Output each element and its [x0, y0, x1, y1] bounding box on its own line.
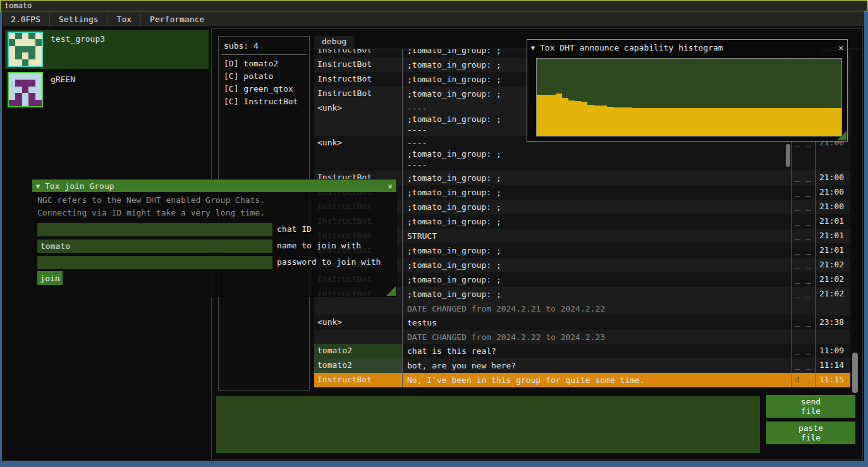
subs-member-list: [D] tomato2[C] potato[C] green_qtox[C] I…: [219, 58, 309, 108]
subs-member[interactable]: [C] green_qtox: [219, 83, 309, 95]
histogram-bar: [632, 108, 639, 136]
message-flags: _ _: [792, 272, 816, 287]
message-flags: _ _: [792, 171, 816, 185]
histogram-bar: [587, 105, 594, 136]
message-text: ;tomato_in_group: ;: [403, 171, 792, 185]
message-sender: InstructBot: [314, 72, 403, 87]
group-name: gREEN: [51, 75, 75, 84]
avatar-pixel: [28, 93, 35, 99]
avatar-pixel: [9, 80, 15, 86]
join-group-title: Tox join Group: [45, 181, 114, 191]
chat-id-input[interactable]: [37, 223, 272, 236]
histogram-bar: [804, 108, 810, 136]
avatar-pixel: [9, 59, 15, 66]
group-avatar: [8, 32, 43, 67]
close-icon[interactable]: ✕: [388, 181, 393, 191]
chat-scrollbar[interactable]: [852, 353, 858, 393]
avatar-pixel: [15, 80, 21, 86]
message-timestamp: 21:00: [816, 171, 850, 185]
histogram-bar: [714, 108, 721, 136]
histogram-bar: [733, 108, 740, 136]
collapse-arrow-icon[interactable]: ▼: [36, 183, 40, 190]
histogram-bar: [620, 107, 626, 136]
date-changed-text: DATE CHANGED from 2024.2.21 to 2024.2.22: [403, 301, 792, 315]
dht-histogram-titlebar[interactable]: ▼ Tox DHT announce capability histogram …: [527, 40, 847, 55]
message-text: ;tomato_in_group: ;: [403, 185, 792, 200]
paste-file-button[interactable]: paste file: [766, 422, 855, 444]
join-name-input[interactable]: [37, 240, 272, 253]
chat-row[interactable]: InstructBotNo, I've been in this group f…: [314, 373, 850, 387]
avatar-pixel: [28, 39, 35, 45]
dht-histogram-window: ▼ Tox DHT announce capability histogram …: [527, 39, 848, 142]
menu-tox[interactable]: Tox: [108, 12, 140, 27]
group-item-green[interactable]: gREEN: [5, 70, 209, 109]
message-flags: d _: [792, 373, 816, 387]
message-sender: [314, 330, 403, 344]
group-item-test-group3[interactable]: test_group3: [5, 30, 209, 69]
chat-input[interactable]: [216, 396, 760, 453]
collapse-arrow-icon[interactable]: ▼: [531, 44, 535, 51]
message-sender: InstructBot: [314, 373, 403, 387]
avatar-pixel: [15, 100, 21, 106]
histogram-bar: [594, 106, 600, 136]
subs-member[interactable]: [C] potato: [219, 70, 309, 83]
join-description-line: NGC refers to the New DHT enabled Group …: [37, 196, 396, 205]
avatar-pixel: [9, 93, 15, 99]
message-sender: <unk>: [314, 315, 403, 330]
message-timestamp: 21:00: [816, 200, 850, 214]
histogram-bar: [753, 108, 759, 136]
join-button[interactable]: join: [37, 271, 63, 285]
avatar-pixel: [35, 87, 42, 93]
message-flags: _ _: [792, 344, 816, 358]
message-sender: tomato2: [314, 344, 403, 358]
join-name-label: name to join with: [272, 240, 361, 253]
histogram-bar: [727, 108, 733, 136]
message-timestamp: 21:01: [816, 229, 850, 243]
join-password-label: password to join with: [272, 256, 381, 269]
histogram-bar: [721, 108, 727, 136]
avatar-pixel: [35, 93, 42, 99]
date-separator-row: DATE CHANGED from 2024.2.22 to 2024.2.23: [314, 330, 850, 344]
window-titlebar[interactable]: tomato: [0, 0, 868, 11]
close-icon[interactable]: ✕: [838, 43, 843, 52]
send-file-button[interactable]: send file: [766, 395, 855, 418]
fps-indicator: 2.0FPS: [2, 12, 49, 27]
message-text: ;tomato_in_group: ;: [403, 243, 792, 258]
avatar-pixel: [15, 33, 21, 39]
chat-row[interactable]: tomato2chat is this real?_ _11:09: [314, 344, 850, 358]
subs-count-label: subs: 4: [224, 41, 309, 51]
resize-grip-icon[interactable]: [386, 286, 396, 296]
message-flags: _ _: [792, 358, 816, 373]
join-password-input[interactable]: [37, 256, 272, 269]
avatar-pixel: [22, 33, 28, 39]
subs-member[interactable]: [C] InstructBot: [219, 95, 309, 108]
message-flags: _ _: [792, 200, 816, 214]
message-sender: tomato2: [314, 358, 403, 373]
message-cell-scrollbar[interactable]: [786, 144, 790, 167]
subs-member[interactable]: [D] tomato2: [219, 58, 309, 70]
histogram-bar: [676, 108, 683, 136]
menu-settings[interactable]: Settings: [50, 12, 107, 27]
avatar-pixel: [28, 80, 35, 86]
avatar-pixel: [9, 46, 15, 52]
histogram-bar: [810, 108, 816, 136]
histogram-bar: [607, 107, 613, 136]
avatar-pixel: [9, 39, 15, 45]
chat-row[interactable]: <unk>testus_ _23:38: [314, 315, 850, 330]
message-text: testus: [403, 315, 792, 330]
avatar-pixel: [28, 52, 35, 59]
chat-row[interactable]: tomato2bot, are you new here?_ _11:14: [314, 358, 850, 373]
message-text: ;tomato_in_group: ;: [403, 214, 792, 229]
message-timestamp: 21:01: [816, 214, 850, 229]
message-timestamp: 21:02: [816, 272, 850, 287]
avatar-pixel: [22, 80, 28, 86]
join-group-titlebar[interactable]: ▼ Tox join Group ✕: [32, 179, 396, 192]
message-sender: InstructBot: [314, 87, 403, 101]
menu-performance[interactable]: Performance: [141, 12, 213, 27]
message-flags: _ _: [792, 229, 816, 243]
resize-grip-icon[interactable]: [837, 131, 847, 140]
tab-debug[interactable]: debug: [314, 36, 354, 49]
message-text: ;tomato_in_group: ;: [403, 258, 792, 272]
avatar-pixel: [35, 39, 42, 45]
group-avatar: [8, 72, 43, 107]
